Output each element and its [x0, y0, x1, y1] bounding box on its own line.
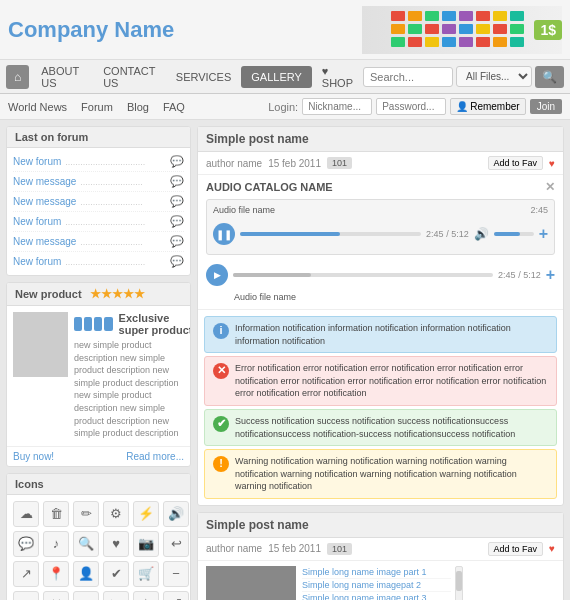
- post2-heart-icon[interactable]: ♥: [549, 543, 555, 554]
- post2-header: Simple post name: [198, 513, 563, 538]
- heart-icon[interactable]: ♥: [103, 531, 129, 557]
- sound-icon[interactable]: 🔊: [163, 501, 189, 527]
- cart-icon[interactable]: 🛒: [133, 561, 159, 587]
- trash-icon[interactable]: 🗑: [43, 501, 69, 527]
- cloud-icon[interactable]: ☁: [13, 501, 39, 527]
- product-footer: Buy now! Read more...: [7, 446, 190, 466]
- track2-add-button[interactable]: +: [546, 266, 555, 284]
- search-input[interactable]: [363, 67, 453, 87]
- refresh-icon[interactable]: ↺: [163, 591, 189, 600]
- forum-panel: Last on forum New forum ................…: [6, 126, 191, 276]
- minus-icon[interactable]: −: [163, 561, 189, 587]
- nav-gallery[interactable]: GALLERY: [241, 66, 312, 88]
- nav-about[interactable]: ABOUT US: [31, 60, 93, 94]
- location-icon[interactable]: 📍: [43, 561, 69, 587]
- forum-link[interactable]: New message: [13, 196, 76, 207]
- volume-bar[interactable]: [494, 232, 534, 236]
- user-icon[interactable]: 👤: [73, 561, 99, 587]
- forum-link[interactable]: New message: [13, 236, 76, 247]
- nav-home-button[interactable]: ⌂: [6, 65, 29, 89]
- icons-grid: ☁ 🗑 ✏ ⚙ ⚡ 🔊 💬 ♪ 🔍 ♥ 📷 ↩ ↗ 📍 👤 ✔ 🛒 − + ✕: [7, 495, 190, 600]
- track1-progress-bar[interactable]: [240, 232, 421, 236]
- add-fav-button[interactable]: Add to Fav: [488, 156, 544, 170]
- heart-icon[interactable]: ♥: [549, 158, 555, 169]
- company-highlight: Name: [114, 17, 174, 42]
- track2-time: 2:45 / 5:12: [498, 270, 541, 280]
- forum-link[interactable]: New forum: [13, 256, 61, 267]
- track2-controls: ▶ 2:45 / 5:12 +: [206, 260, 555, 290]
- post2-date: 15 feb 2011: [268, 543, 321, 554]
- settings-icon[interactable]: ⚙: [103, 501, 129, 527]
- product-image: [13, 312, 68, 377]
- list-scrollbar[interactable]: [455, 566, 463, 600]
- notif-error: ✕ Error notification error notification …: [204, 356, 557, 406]
- chat-icon[interactable]: 💬: [13, 531, 39, 557]
- buy-button[interactable]: Buy now!: [13, 451, 54, 462]
- notif-info-text: Information notification information not…: [235, 322, 548, 347]
- close-icon[interactable]: ✕: [43, 591, 69, 600]
- forum-link[interactable]: New message: [13, 176, 76, 187]
- product-logo-icon: [84, 317, 92, 331]
- post2-title: Simple post name: [206, 518, 309, 532]
- track1-controls: ❚❚ 2:45 / 5:12 🔊 +: [213, 219, 548, 249]
- post-panel-1: Simple post name author name 15 feb 2011…: [197, 126, 564, 506]
- forum-link[interactable]: New forum: [13, 216, 61, 227]
- product-logo-icon: [104, 317, 112, 331]
- success-icon: ✔: [213, 416, 229, 432]
- search-button[interactable]: 🔍: [535, 66, 564, 88]
- track2-progress-bar[interactable]: [233, 273, 493, 277]
- product-title: New product: [15, 288, 82, 300]
- volume-icon[interactable]: 🔊: [474, 227, 489, 241]
- track1-add-button[interactable]: +: [539, 225, 548, 243]
- remember-button[interactable]: 👤 Remember: [450, 98, 525, 115]
- arrow-right-icon[interactable]: →: [73, 591, 99, 600]
- reply-icon[interactable]: ↩: [163, 531, 189, 557]
- icons-title: Icons: [15, 478, 44, 490]
- pause-button[interactable]: ❚❚: [213, 223, 235, 245]
- subnav-faq[interactable]: FAQ: [163, 101, 185, 113]
- forum-item: New message ......................... 💬: [13, 232, 184, 252]
- music-icon[interactable]: ♪: [43, 531, 69, 557]
- nav-contact[interactable]: CONTACT US: [93, 60, 166, 94]
- notif-warning: ! Warning notification warning notificat…: [204, 449, 557, 499]
- camera-icon[interactable]: 📷: [133, 531, 159, 557]
- track1-time-total: 2:45 / 5:12: [426, 229, 469, 239]
- forum-msg-icon: 💬: [170, 235, 184, 248]
- forum-item: New forum ..............................…: [13, 252, 184, 271]
- subnav-forum[interactable]: Forum: [81, 101, 113, 113]
- search-filter-select[interactable]: All Files...: [456, 66, 532, 87]
- tools-icon[interactable]: ⚡: [133, 501, 159, 527]
- track1-player: Audio file name 2:45 ❚❚ 2:45 / 5:12 🔊: [206, 199, 555, 255]
- error-icon: ✕: [213, 363, 229, 379]
- nickname-input[interactable]: [302, 98, 372, 115]
- list-item[interactable]: Simple long name image part 3: [302, 592, 451, 600]
- forum-msg-icon: 💬: [170, 195, 184, 208]
- post1-meta: author name 15 feb 2011 101 Add to Fav ♥: [198, 152, 563, 175]
- plus-icon[interactable]: +: [13, 591, 39, 600]
- subnav-blog[interactable]: Blog: [127, 101, 149, 113]
- forum-link[interactable]: New forum: [13, 156, 61, 167]
- play-icon[interactable]: ▶: [103, 591, 129, 600]
- nav-services[interactable]: SERVICES: [166, 66, 241, 88]
- star-icon[interactable]: ★: [133, 591, 159, 600]
- read-more-button[interactable]: Read more...: [126, 451, 184, 462]
- product-stars: ★★★★★: [90, 287, 145, 301]
- nav-shop[interactable]: ♥ SHOP: [312, 60, 363, 94]
- share-icon[interactable]: ↗: [13, 561, 39, 587]
- search-icon[interactable]: 🔍: [73, 531, 99, 557]
- join-button[interactable]: Join: [530, 99, 562, 114]
- post2-add-fav-button[interactable]: Add to Fav: [488, 542, 544, 556]
- audio-catalog-title: AUDIO CATALOG NAME ✕: [206, 180, 555, 194]
- notif-error-text: Error notification error notification er…: [235, 362, 548, 400]
- list-item[interactable]: Simple long name imagepat 2: [302, 579, 451, 592]
- audio-close-button[interactable]: ✕: [545, 180, 555, 194]
- password-input[interactable]: [376, 98, 446, 115]
- edit-icon[interactable]: ✏: [73, 501, 99, 527]
- icons-panel-header: Icons: [7, 474, 190, 495]
- list-item[interactable]: Simple long name image part 1: [302, 566, 451, 579]
- check-icon[interactable]: ✔: [103, 561, 129, 587]
- play-button[interactable]: ▶: [206, 264, 228, 286]
- forum-chat-icon: 💬: [170, 255, 184, 268]
- subnav-world-news[interactable]: World News: [8, 101, 67, 113]
- header: Company Name 1$: [0, 0, 570, 60]
